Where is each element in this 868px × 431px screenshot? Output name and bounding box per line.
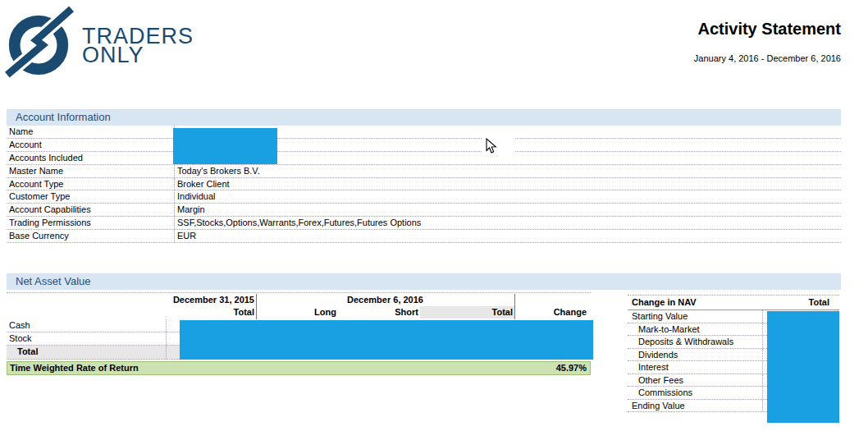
account-information-section-header: Account Information [7, 109, 841, 126]
change-in-nav-title: Change in NAV [628, 296, 697, 309]
nav-rows: Cash Stock Total [7, 319, 180, 360]
mouse-cursor-icon [486, 138, 497, 154]
redaction-box-change-in-nav-values [767, 311, 839, 423]
row-label: Total [7, 346, 167, 359]
nav-row-total: Total [7, 346, 180, 360]
nav-col-group-dec-31-2015: December 31, 2015 [7, 294, 254, 306]
account-info-row-trading-permissions: Trading Permissions SSF,Stocks,Options,W… [7, 217, 841, 230]
redaction-box-nav-values [180, 320, 593, 360]
row-value: Individual [175, 190, 841, 203]
row-value: EUR [175, 230, 841, 242]
nav-row-stock: Stock [7, 332, 180, 346]
row-label: Other Fees [628, 374, 763, 387]
activity-statement-page: TRADERS ONLY Activity Statement January … [0, 0, 868, 431]
twr-label: Time Weighted Rate of Return [7, 362, 139, 374]
change-in-nav-total-header: Total [809, 296, 839, 309]
account-info-row-account-type: Account Type Broker Client [7, 178, 841, 191]
change-in-nav-header: Change in NAV Total [628, 296, 839, 310]
cursor-highlight-box [482, 136, 515, 155]
row-label: Dividends [628, 349, 763, 361]
row-label: Starting Value [628, 310, 763, 323]
row-value: SSF,Stocks,Options,Warrants,Forex,Future… [175, 217, 841, 229]
account-info-row-master-name: Master Name Today's Brokers B.V. [7, 165, 841, 178]
account-information-table: Name Account Accounts Included Master Na… [7, 126, 841, 243]
row-label: Stock [7, 332, 167, 345]
nav-col-header-short: Short [338, 306, 418, 319]
change-in-nav-table: Change in NAV Total Starting Value Mark-… [628, 295, 839, 412]
row-label: Master Name [7, 165, 175, 177]
row-value: Margin [175, 204, 841, 216]
row-label: Deposits & Withdrawals [628, 336, 763, 348]
account-info-row-customer-type: Customer Type Individual [7, 190, 841, 204]
row-label: Mark-to-Market [628, 323, 763, 336]
nav-col-header-long: Long [256, 306, 336, 319]
statement-title-block: Activity Statement January 4, 2016 - Dec… [694, 20, 841, 63]
row-label: Accounts Included [7, 152, 175, 164]
row-label: Commissions [628, 387, 763, 399]
redaction-box-account-identity [173, 128, 277, 164]
row-label: Trading Permissions [7, 217, 175, 229]
nav-header-divider-right [514, 294, 515, 319]
page-title: Activity Statement [694, 20, 841, 39]
nav-header-divider-left [256, 294, 257, 319]
row-label: Account [7, 139, 175, 151]
row-label: Interest [628, 361, 763, 374]
logo-wordmark: TRADERS ONLY [82, 25, 194, 66]
traders-only-logo-icon [2, 6, 75, 78]
statement-date-range: January 4, 2016 - December 6, 2016 [694, 53, 841, 63]
nav-col-header-total-end: Total [420, 306, 514, 319]
account-info-row-account-capabilities: Account Capabilities Margin [7, 204, 841, 217]
row-label: Ending Value [628, 400, 763, 412]
nav-col-group-dec-6-2016: December 6, 2016 [256, 294, 514, 306]
row-value: Broker Client [175, 178, 841, 190]
row-label: Account Type [7, 178, 175, 190]
nav-col-header-change: Change [516, 306, 587, 319]
twr-value: 45.97% [556, 362, 590, 374]
account-info-row-accounts-included: Accounts Included [7, 152, 841, 165]
row-label: Name [7, 126, 175, 138]
row-label: Customer Type [7, 190, 175, 203]
row-value: Today's Brokers B.V. [175, 165, 841, 177]
net-asset-value-section-header: Net Asset Value [7, 273, 841, 290]
row-label: Cash [7, 319, 167, 332]
row-label: Account Capabilities [7, 204, 175, 216]
time-weighted-rate-of-return-row: Time Weighted Rate of Return 45.97% [7, 361, 591, 375]
row-label: Base Currency [7, 230, 175, 242]
traders-only-logo: TRADERS ONLY [2, 6, 249, 80]
net-asset-value-table: December 31, 2015 December 6, 2016 Total… [7, 292, 591, 374]
nav-col-header-total-start: Total [172, 306, 254, 319]
account-info-row-name: Name [7, 126, 841, 139]
account-info-row-base-currency: Base Currency EUR [7, 230, 841, 243]
nav-row-cash: Cash [7, 319, 180, 332]
account-info-row-account: Account [7, 139, 841, 152]
